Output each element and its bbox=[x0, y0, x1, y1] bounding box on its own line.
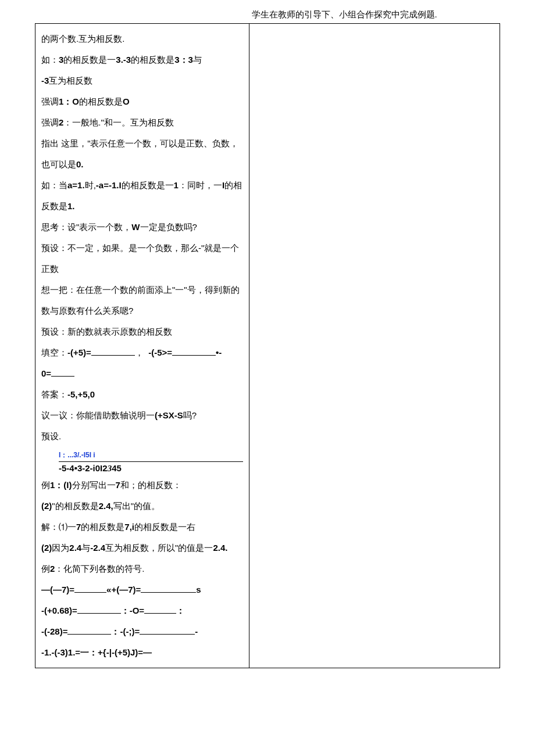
text-line: 填空：-(+5)=， -(-5>=•- bbox=[41, 342, 243, 363]
fill-blank bbox=[91, 347, 135, 356]
fill-blank bbox=[77, 605, 121, 614]
left-cell: 的两个数.互为相反数. 如：3的相反数是一3.-3的相反数是3：3与 -3互为相… bbox=[35, 24, 249, 668]
right-cell: 学生在教师的引导下、小组合作探究中完成例题. bbox=[249, 24, 500, 668]
text-line: 如：当a=1.时,-a=-1.I的相反数是一1：同时，一I的相反数是1. bbox=[41, 175, 243, 217]
numline-ticks: -5-4•3-2-i0I2345 bbox=[59, 463, 243, 474]
text-line: 0= bbox=[41, 363, 243, 384]
fill-blank bbox=[141, 584, 196, 593]
fill-blank bbox=[144, 605, 176, 614]
text-line: -3互为相反数 bbox=[41, 70, 243, 91]
fill-blank bbox=[140, 626, 195, 635]
number-line: I：...3/.-I5I i -5-4•3-2-i0I2345 bbox=[41, 450, 243, 474]
text-line: 解：⑴一7的相反数是7,i的相反数是一右 bbox=[41, 517, 243, 538]
lesson-table: 的两个数.互为相反数. 如：3的相反数是一3.-3的相反数是3：3与 -3互为相… bbox=[35, 23, 500, 668]
text-line: —(—7)=«+(—7)=s bbox=[41, 579, 243, 600]
text-line: 预设：新的数就表示原数的相反数 bbox=[41, 321, 243, 342]
text-line: 例2：化简下列各数的符号. bbox=[41, 558, 243, 579]
fill-blank bbox=[74, 584, 106, 593]
text-line: 议一议：你能借助数轴说明一(+SX-S吗? bbox=[41, 405, 243, 426]
text-line: (2)"的相反数是2.4,写出"的值。 bbox=[41, 496, 243, 517]
fill-blank bbox=[51, 368, 74, 377]
fill-blank bbox=[67, 626, 111, 635]
fill-blank bbox=[172, 347, 216, 356]
numline-marks: I：...3/.-I5I i bbox=[59, 450, 243, 462]
text-line: 指出 这里，"表示任意一个数，可以是正数、负数，也可以是0. bbox=[41, 133, 243, 175]
text-line: 例1：(I)分别写出一7和；的相反数： bbox=[41, 475, 243, 496]
text-line: 想一把：在任意一个数的前面添上"一"号，得到新的数与原数有什么关系嗯? bbox=[41, 280, 243, 321]
text-line: 如：3的相反数是一3.-3的相反数是3：3与 bbox=[41, 49, 243, 70]
text-line: 思考：设"表示一个数，W一定是负数吗? bbox=[41, 217, 243, 238]
text-line: -(-28)=：-(-;)=- bbox=[41, 621, 243, 642]
text-line: 答案：-5,+5,0 bbox=[41, 384, 243, 405]
text-line: 强调1：O的相反数是O bbox=[41, 91, 243, 112]
text-line: -(+0.68)=：-O=： bbox=[41, 600, 243, 621]
text-line: 预设：不一定，如果。是一个负数，那么-"就是一个正数 bbox=[41, 238, 243, 280]
text-line: 强调2：一般地."和一。互为相反数 bbox=[41, 112, 243, 133]
text-line: 的两个数.互为相反数. bbox=[41, 28, 243, 49]
text-line: 预设. bbox=[41, 426, 243, 447]
text-line: (2)因为2.4与-2.4互为相反数，所以"的值是一2.4. bbox=[41, 538, 243, 558]
teacher-note: 学生在教师的引导下、小组合作探究中完成例题. bbox=[252, 9, 497, 20]
text-line: -1.-(-3)1.=一：+{-|-(+5)J)=— bbox=[41, 642, 243, 663]
